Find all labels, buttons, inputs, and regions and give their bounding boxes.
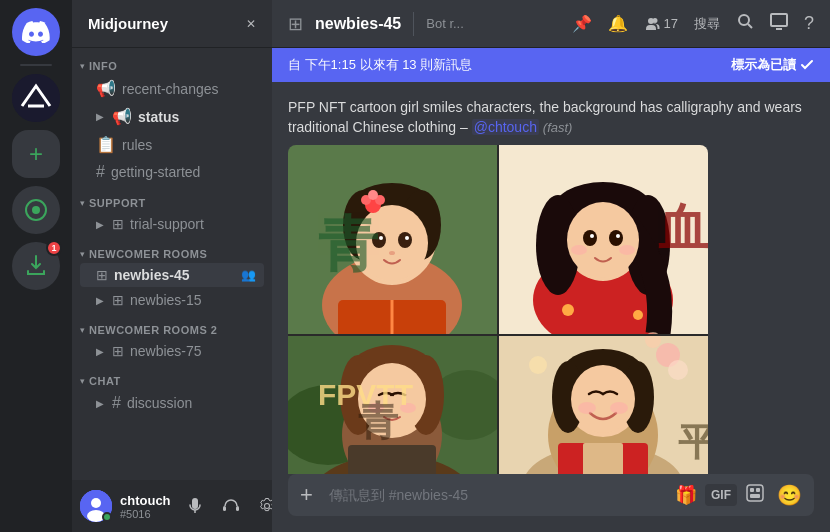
category-chevron-chat: ▾ <box>80 376 85 386</box>
expand-arrow-15: ▶ <box>96 295 104 306</box>
svg-point-28 <box>368 190 378 200</box>
channel-status[interactable]: ▶ 📢 status <box>80 103 264 130</box>
channel-newbies-45[interactable]: ⊞ newbies-45 👥 <box>80 263 264 287</box>
forum-icon-15: ⊞ <box>112 292 124 308</box>
settings-button[interactable] <box>251 490 272 522</box>
member-count: 17 <box>644 16 678 32</box>
channel-recent-changes[interactable]: 📢 recent-changes <box>80 75 264 102</box>
pin-icon[interactable]: 📌 <box>572 14 592 33</box>
channel-trial-support[interactable]: ▶ ⊞ trial-support <box>80 212 264 236</box>
svg-text:血: 血 <box>658 200 708 256</box>
svg-point-43 <box>571 245 587 255</box>
category-chevron-nr: ▾ <box>80 249 85 259</box>
svg-point-23 <box>405 236 409 240</box>
message-input-container: + 🎁 GIF 😊 <box>288 474 814 516</box>
channel-label-45: newbies-45 <box>114 267 235 283</box>
add-server-button[interactable]: + <box>12 130 60 178</box>
category-chevron-support: ▾ <box>80 198 85 208</box>
gift-icon[interactable]: 🎁 <box>671 476 701 514</box>
server-divider <box>20 64 52 66</box>
channel-label-ts: trial-support <box>130 216 256 232</box>
username: chtouch <box>120 493 171 508</box>
bell-icon[interactable]: 🔔 <box>608 14 628 33</box>
category-name-info: INFO <box>89 60 117 72</box>
channel-label-rules: rules <box>122 137 256 153</box>
server-header[interactable]: Midjourney ✕ <box>72 0 272 48</box>
emoji-icon[interactable]: 😊 <box>773 475 806 515</box>
channel-newbies-15[interactable]: ▶ ⊞ newbies-15 <box>80 288 264 312</box>
svg-rect-80 <box>497 145 499 474</box>
svg-point-2 <box>32 206 40 214</box>
midjourney-server-icon[interactable] <box>12 74 60 122</box>
notification-text: 自 下午1:15 以來有 13 則新訊息 <box>288 56 472 74</box>
svg-point-67 <box>529 356 547 374</box>
user-avatar <box>80 490 112 522</box>
member-count-text: 17 <box>664 16 678 31</box>
svg-rect-8 <box>236 506 239 511</box>
channel-header: ⊞ newbies-45 Bot r... 📌 🔔 17 搜尋 ? <box>272 0 830 48</box>
download-button[interactable]: 1 <box>12 242 60 290</box>
hash-icon-gs: # <box>96 163 105 181</box>
message: PFP NFT cartoon girl smiles characters, … <box>288 98 814 474</box>
category-chat[interactable]: ▾ CHAT <box>72 371 272 389</box>
channel-label-disc: discussion <box>127 395 256 411</box>
svg-point-44 <box>619 245 635 255</box>
main-content: ⊞ newbies-45 Bot r... 📌 🔔 17 搜尋 ? <box>272 0 830 532</box>
channel-newbies-75[interactable]: ▶ ⊞ newbies-75 <box>80 339 264 363</box>
input-right-actions: 🎁 GIF 😊 <box>671 475 806 516</box>
category-support[interactable]: ▾ SUPPORT <box>72 193 272 211</box>
explore-button[interactable] <box>12 186 60 234</box>
svg-point-42 <box>616 234 620 238</box>
svg-point-46 <box>562 304 574 316</box>
discord-home-button[interactable] <box>12 8 60 56</box>
channel-label-gs: getting-started <box>111 164 256 180</box>
channel-getting-started[interactable]: # getting-started <box>80 159 264 185</box>
notification-bar: 自 下午1:15 以來有 13 則新訊息 標示為已讀 <box>272 48 830 82</box>
svg-point-76 <box>610 402 628 414</box>
sticker-icon[interactable] <box>741 475 769 516</box>
svg-line-10 <box>748 24 752 28</box>
expand-arrow-ts: ▶ <box>96 219 104 230</box>
expand-arrow-disc: ▶ <box>96 398 104 409</box>
svg-rect-84 <box>756 488 760 492</box>
messages-area[interactable]: PFP NFT cartoon girl smiles characters, … <box>272 82 830 474</box>
svg-rect-7 <box>223 506 226 511</box>
category-newcomer-rooms[interactable]: ▾ NEWCOMER ROOMS <box>72 244 272 262</box>
monitor-icon[interactable] <box>770 12 788 35</box>
mark-read-button[interactable]: 標示為已讀 <box>731 56 814 74</box>
svg-rect-83 <box>750 488 754 492</box>
user-info: chtouch #5016 <box>120 493 171 520</box>
svg-point-40 <box>609 230 623 246</box>
server-dropdown-icon: ✕ <box>246 17 256 31</box>
server-name: Midjourney <box>88 15 168 32</box>
channel-discussion[interactable]: ▶ # discussion <box>80 390 264 416</box>
message-content: PFP NFT cartoon girl smiles characters, … <box>288 98 814 474</box>
channel-header-desc: Bot r... <box>426 16 559 31</box>
headphone-button[interactable] <box>215 490 247 522</box>
forum-icon-75: ⊞ <box>112 343 124 359</box>
category-info[interactable]: ▾ INFO <box>72 56 272 74</box>
svg-point-9 <box>739 15 749 25</box>
category-chevron-info: ▾ <box>80 61 85 71</box>
microphone-button[interactable] <box>179 490 211 522</box>
forum-icon-ts: ⊞ <box>112 216 124 232</box>
message-input[interactable] <box>325 476 663 514</box>
category-newcomer-rooms-2[interactable]: ▾ NEWCOMER ROOMS 2 <box>72 320 272 338</box>
message-text: PFP NFT cartoon girl smiles characters, … <box>288 98 814 137</box>
svg-point-38 <box>567 202 639 278</box>
svg-rect-81 <box>288 334 708 336</box>
member-icon: 👥 <box>241 268 256 282</box>
search-header-icon[interactable]: 搜尋 <box>694 15 720 33</box>
category-chevron-nr2: ▾ <box>80 325 85 335</box>
search-button[interactable] <box>736 12 754 35</box>
category-name-support: SUPPORT <box>89 197 146 209</box>
speed-badge: (fast) <box>543 120 573 135</box>
channel-label-75: newbies-75 <box>130 343 256 359</box>
channel-header-name: newbies-45 <box>315 15 401 33</box>
message-input-area: + 🎁 GIF 😊 <box>272 474 830 532</box>
help-icon[interactable]: ? <box>804 13 814 34</box>
add-attachment-button[interactable]: + <box>296 474 317 516</box>
user-controls <box>179 490 272 522</box>
gif-button[interactable]: GIF <box>705 484 737 506</box>
channel-rules[interactable]: 📋 rules <box>80 131 264 158</box>
